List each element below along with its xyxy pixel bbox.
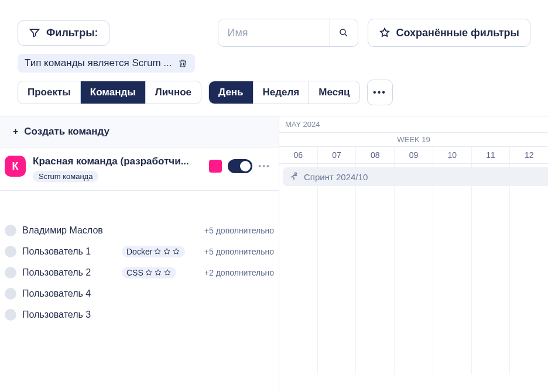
- team-type-badge: Scrum команда: [33, 171, 98, 182]
- timeline-day-header[interactable]: 06: [279, 147, 318, 163]
- star-icon: [153, 247, 162, 256]
- star-icon: [172, 247, 180, 256]
- timeline-day-header[interactable]: 12: [510, 147, 548, 163]
- timeline-day-column: [279, 164, 318, 374]
- member-row[interactable]: Владимир Маслов+5 дополнительно: [5, 220, 274, 241]
- timeline-week-label: WEEK 19: [279, 133, 548, 147]
- team-row[interactable]: К Красная команда (разработчи... Scrum к…: [0, 147, 279, 191]
- create-team-button[interactable]: + Создать команду: [0, 116, 279, 147]
- timeline-day-column: [318, 164, 357, 374]
- tab-month[interactable]: Месяц: [309, 81, 359, 104]
- member-row[interactable]: Пользователь 3: [5, 304, 274, 325]
- member-name: Пользователь 4: [22, 288, 116, 299]
- timeline-day-header[interactable]: 09: [395, 147, 433, 163]
- search-input[interactable]: [218, 19, 330, 46]
- skill-label: CSS: [126, 268, 143, 277]
- sprint-icon: [289, 171, 299, 182]
- create-team-label: Создать команду: [24, 126, 109, 137]
- star-icon: [163, 269, 172, 277]
- timeline-day-header[interactable]: 08: [356, 147, 395, 163]
- tab-projects[interactable]: Проекты: [18, 81, 81, 104]
- svg-point-0: [340, 29, 345, 35]
- member-name: Пользователь 3: [22, 310, 116, 320]
- tab-week[interactable]: Неделя: [254, 81, 310, 104]
- dots-icon: •••: [373, 87, 386, 98]
- filters-button[interactable]: Фильтры:: [18, 20, 109, 46]
- tab-day[interactable]: День: [209, 81, 254, 104]
- member-row[interactable]: Пользователь 1Docker+5 дополнительно: [5, 241, 274, 262]
- more-button[interactable]: •••: [367, 80, 393, 105]
- star-icon: [145, 269, 153, 277]
- member-row[interactable]: Пользователь 2CSS+2 дополнительно: [5, 262, 274, 283]
- team-title: Красная команда (разработчи...: [33, 156, 202, 167]
- member-name: Пользователь 2: [22, 267, 116, 278]
- member-avatar: [5, 267, 16, 278]
- member-name: Пользователь 1: [22, 246, 116, 257]
- svg-point-1: [295, 173, 297, 174]
- team-visibility-toggle[interactable]: [228, 159, 252, 173]
- member-avatar: [5, 246, 16, 257]
- team-more-icon[interactable]: •••: [258, 161, 270, 171]
- skill-pill[interactable]: CSS: [122, 267, 176, 278]
- timeline-day-header[interactable]: 11: [472, 147, 511, 163]
- member-avatar: [5, 225, 16, 236]
- search-icon: [338, 27, 349, 38]
- timeline-day-column: [472, 164, 511, 374]
- timeline-day-header[interactable]: 10: [433, 147, 472, 163]
- filter-chip[interactable]: Тип команды является Scrum ...: [18, 54, 195, 73]
- saved-filters-button[interactable]: Сохранённые фильтры: [368, 19, 531, 47]
- sprint-bar[interactable]: Спринт 2024/10: [283, 167, 548, 186]
- tab-personal[interactable]: Личное: [146, 81, 201, 104]
- timeline-day-column: [356, 164, 395, 374]
- team-color-swatch[interactable]: [209, 160, 222, 173]
- timeline-day-column: [510, 164, 548, 374]
- timeline-month-label: MAY 2024: [279, 116, 548, 133]
- timeline-day-column: [395, 164, 433, 374]
- member-name: Владимир Маслов: [22, 225, 116, 236]
- tab-teams[interactable]: Команды: [81, 81, 146, 104]
- saved-filters-label: Сохранённые фильтры: [396, 27, 520, 39]
- member-avatar: [5, 288, 16, 300]
- member-row[interactable]: Пользователь 4: [5, 283, 274, 304]
- search-wrap: [218, 19, 358, 47]
- star-icon: [154, 269, 162, 277]
- funnel-icon: [29, 27, 40, 39]
- plus-icon: +: [13, 126, 18, 137]
- skill-pill[interactable]: Docker: [122, 246, 185, 257]
- team-avatar: К: [5, 156, 26, 177]
- star-icon: [163, 247, 171, 256]
- member-extra[interactable]: +5 дополнительно: [204, 226, 274, 235]
- range-tabs: День Неделя Месяц: [208, 81, 359, 104]
- filter-chip-label: Тип команды является Scrum ...: [25, 57, 172, 69]
- star-icon: [379, 27, 391, 39]
- timeline-day-column: [433, 164, 472, 374]
- view-tabs: Проекты Команды Личное: [18, 81, 201, 104]
- skill-label: Docker: [126, 247, 152, 256]
- member-extra[interactable]: +2 дополнительно: [204, 268, 274, 277]
- search-button[interactable]: [330, 19, 358, 46]
- filter-chip-delete[interactable]: [177, 58, 188, 68]
- member-avatar: [5, 309, 16, 321]
- trash-icon: [177, 58, 188, 68]
- member-extra[interactable]: +5 дополнительно: [204, 247, 274, 256]
- filters-label: Фильтры:: [46, 27, 98, 39]
- sprint-label: Спринт 2024/10: [304, 172, 368, 182]
- timeline-day-header[interactable]: 07: [318, 147, 357, 163]
